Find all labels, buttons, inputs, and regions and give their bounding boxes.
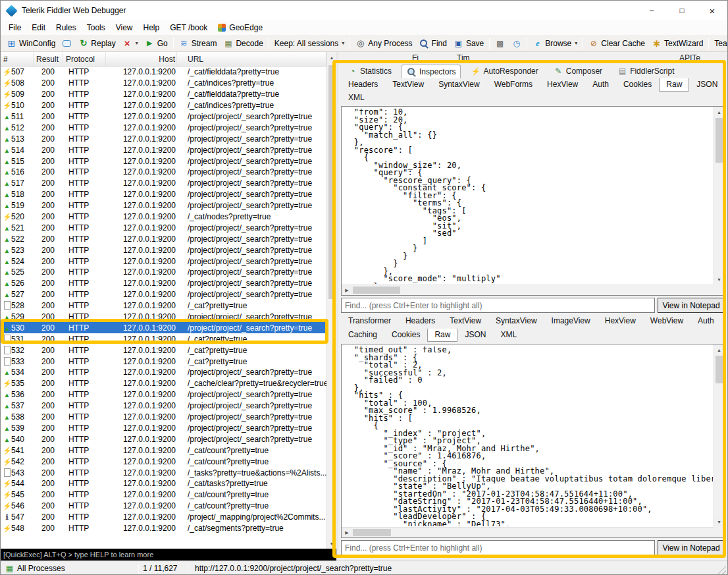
find-input[interactable] (341, 298, 655, 313)
session-row[interactable]: 530 200 HTTP 127.0.0.1:9200 /project/pro… (1, 322, 326, 333)
request-hscrollbar[interactable] (342, 285, 714, 295)
session-row[interactable]: 540 200 HTTP 127.0.0.1:9200 /project/pro… (1, 433, 326, 445)
tab-fiddlerscript[interactable]: FiddlerScript (612, 64, 679, 78)
session-list-scrollbar[interactable] (326, 52, 336, 549)
menu-tools[interactable]: Tools (82, 22, 111, 34)
response-vscrollbar[interactable] (714, 344, 724, 527)
view-in-notepad-button[interactable]: View in Notepad (658, 540, 725, 555)
tab-transformer[interactable]: Transformer (341, 315, 398, 328)
tab-webforms[interactable]: WebForms (487, 78, 540, 92)
tab-auth[interactable]: Auth (585, 78, 616, 92)
scroll-thumb[interactable] (353, 529, 391, 536)
tab-clipped-2[interactable]: APITe (679, 53, 700, 63)
session-row[interactable]: 537 200 HTTP 127.0.0.1:9200 /project/pro… (1, 400, 326, 412)
tab-headers[interactable]: Headers (398, 315, 442, 328)
toolbar-go-button[interactable]: Go (142, 38, 171, 49)
tab-cookies[interactable]: Cookies (384, 329, 427, 342)
session-row[interactable]: 539 200 HTTP 127.0.0.1:9200 /project/pro… (1, 423, 326, 434)
session-row[interactable]: 528 200 HTTP 127.0.0.1:9200 /_cat?pretty… (1, 300, 326, 312)
tab-webview[interactable]: WebView (643, 315, 690, 328)
request-vscrollbar[interactable] (714, 107, 724, 285)
toolbar-stream-button[interactable]: Stream (176, 38, 221, 49)
menu-edit[interactable]: Edit (26, 22, 51, 34)
tab-raw[interactable]: Raw (659, 78, 689, 92)
menu-file[interactable]: File (3, 22, 26, 34)
toolbar-winconfig-button[interactable]: WinConfig (3, 38, 59, 49)
session-row[interactable]: 529 200 HTTP 127.0.0.1:9200 /project/pro… (1, 312, 326, 323)
scroll-down-icon[interactable] (714, 274, 724, 285)
tab-raw[interactable]: Raw (427, 329, 457, 342)
tab-json[interactable]: JSON (457, 329, 493, 342)
tab-syntaxview[interactable]: SyntaxView (488, 315, 544, 328)
toolbar-remove-sessions-button[interactable]: ▾ (119, 38, 142, 49)
session-row[interactable]: 535 200 HTTP 127.0.0.1:9200 /_cache/clea… (1, 378, 326, 389)
tab-cookies[interactable]: Cookies (616, 78, 659, 92)
tab-json[interactable]: JSON (689, 78, 725, 92)
session-row[interactable]: 514 200 HTTP 127.0.0.1:9200 /project/pro… (1, 144, 326, 155)
maximize-button[interactable]: □ (667, 1, 697, 20)
session-row[interactable]: 523 200 HTTP 127.0.0.1:9200 /project/pro… (1, 244, 326, 256)
toolbar-keep-sessions-button[interactable]: Keep: All sessions▾ (271, 38, 348, 49)
menu-view[interactable]: View (111, 22, 138, 34)
tab-auth[interactable]: Auth (690, 315, 721, 328)
session-row[interactable]: 511 200 HTTP 127.0.0.1:9200 /project/pro… (1, 111, 326, 123)
session-row[interactable]: 527 200 HTTP 127.0.0.1:9200 /project/pro… (1, 289, 326, 300)
column-header-result[interactable]: Result (34, 52, 63, 66)
toolbar-tearoff-button[interactable]: Tearoff (711, 38, 727, 49)
toolbar-any-process-button[interactable]: Any Process (352, 38, 415, 49)
scroll-thumb[interactable] (328, 65, 336, 299)
session-row[interactable]: 548 200 HTTP 127.0.0.1:9200 /_cat/segmen… (1, 523, 326, 534)
response-hscrollbar[interactable] (342, 527, 714, 537)
find-input[interactable] (341, 540, 655, 555)
tab-syntaxview[interactable]: SyntaxView (431, 78, 486, 92)
session-row[interactable]: 508 200 HTTP 127.0.0.1:9200 /_cat/indice… (1, 78, 326, 89)
scroll-up-icon[interactable] (327, 52, 336, 63)
tab-imageview[interactable]: ImageView (544, 315, 598, 328)
tab-caching[interactable]: Caching (341, 329, 384, 342)
tab-textview[interactable]: TextView (442, 315, 488, 328)
session-row[interactable]: 546 200 HTTP 127.0.0.1:9200 /_cat/count?… (1, 501, 326, 512)
tab-statistics[interactable]: Statistics (342, 64, 397, 78)
scroll-thumb[interactable] (715, 356, 723, 383)
column-header-host[interactable]: Host (106, 52, 177, 66)
menu-get-book[interactable]: GET /book (165, 22, 213, 34)
scroll-thumb[interactable] (353, 287, 400, 294)
session-row[interactable]: 509 200 HTTP 127.0.0.1:9200 /_cat/fieldd… (1, 89, 326, 100)
tab-headers[interactable]: Headers (341, 78, 385, 92)
scroll-up-icon[interactable] (714, 344, 724, 355)
session-row[interactable]: 516 200 HTTP 127.0.0.1:9200 /project/pro… (1, 167, 326, 178)
minimize-button[interactable]: – (637, 1, 667, 20)
request-raw-text[interactable]: "from": 10, "size": 20, "query": { "matc… (344, 109, 713, 284)
toolbar-save-button[interactable]: Save (450, 38, 487, 49)
tab-xml[interactable]: XML (341, 92, 372, 105)
session-row[interactable]: 518 200 HTTP 127.0.0.1:9200 /project/pro… (1, 189, 326, 200)
session-row[interactable]: 525 200 HTTP 127.0.0.1:9200 /project/pro… (1, 267, 326, 278)
tab-autoresponder[interactable]: AutoResponder (465, 64, 543, 78)
session-row[interactable]: 545 200 HTTP 127.0.0.1:9200 /_cat/count?… (1, 489, 326, 501)
session-row[interactable]: 507 200 HTTP 127.0.0.1:9200 /_cat/fieldd… (1, 67, 326, 78)
toolbar-comment-button[interactable] (59, 38, 75, 49)
session-row[interactable]: 517 200 HTTP 127.0.0.1:9200 /project/pro… (1, 178, 326, 189)
quickexec-bar[interactable]: [QuickExec] ALT+Q > type HELP to learn m… (1, 549, 336, 561)
toolbar-find-button[interactable]: Find (416, 38, 450, 49)
tab-textview[interactable]: TextView (385, 78, 431, 92)
session-row[interactable]: 512 200 HTTP 127.0.0.1:9200 /project/pro… (1, 122, 326, 133)
toolbar-textwizard-button[interactable]: TextWizard (648, 38, 706, 49)
session-row[interactable]: 522 200 HTTP 127.0.0.1:9200 /project/pro… (1, 233, 326, 244)
column-header-protocol[interactable]: Protocol (63, 52, 106, 66)
toolbar-replay-button[interactable]: Replay (75, 38, 118, 49)
session-row[interactable]: 521 200 HTTP 127.0.0.1:9200 /project/pro… (1, 222, 326, 233)
process-filter[interactable]: All Processes (17, 564, 134, 573)
session-row[interactable]: 531 200 HTTP 127.0.0.1:9200 /_cat?pretty… (1, 333, 326, 344)
tab-hexview[interactable]: HexView (540, 78, 585, 92)
close-button[interactable]: × (697, 1, 727, 20)
tab-hexview[interactable]: HexView (598, 315, 643, 328)
session-row[interactable]: 513 200 HTTP 127.0.0.1:9200 /project/pro… (1, 133, 326, 144)
column-header-url[interactable]: URL (177, 52, 326, 66)
session-row[interactable]: 543 200 HTTP 127.0.0.1:9200 /_tasks?pret… (1, 467, 326, 478)
toolbar-decode-button[interactable]: Decode (220, 38, 266, 49)
response-raw-text[interactable]: "timed_out" : false, "_shards" : { "tota… (344, 346, 713, 526)
tab-clipped-0[interactable]: Fi (412, 53, 419, 63)
session-row[interactable]: 533 200 HTTP 127.0.0.1:9200 /_cat?pretty… (1, 356, 326, 367)
session-row[interactable]: 544 200 HTTP 127.0.0.1:9200 /_cat/tasks?… (1, 478, 326, 489)
